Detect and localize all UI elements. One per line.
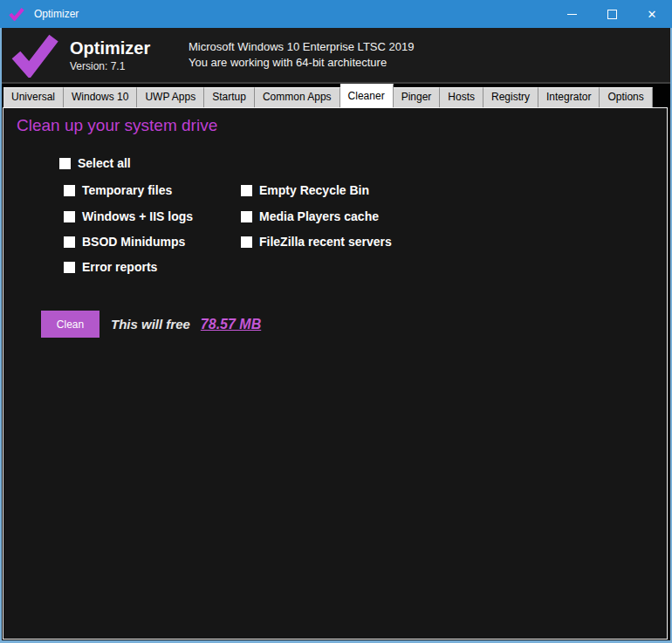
- checkbox-error-reports[interactable]: Error reports: [64, 260, 157, 274]
- checkbox-box-icon[interactable]: [64, 211, 75, 222]
- page-title: Clean up your system drive: [17, 116, 217, 135]
- free-space-text: This will free: [111, 317, 190, 332]
- checkbox-box-icon[interactable]: [59, 158, 71, 169]
- close-button[interactable]: ✕: [632, 0, 672, 28]
- checkbox-select-all[interactable]: Select all: [59, 156, 131, 170]
- window-title: Optimizer: [34, 8, 79, 20]
- checkbox-label: FileZilla recent servers: [259, 235, 392, 249]
- minimize-icon: [567, 14, 577, 15]
- checkbox-label: Media Players cache: [259, 209, 379, 223]
- checkbox-temporary-files[interactable]: Temporary files: [64, 183, 172, 197]
- checkbox-label: Empty Recycle Bin: [259, 183, 369, 197]
- clean-action-row: Clean This will free 78.57 MB: [41, 311, 261, 338]
- title-bar[interactable]: Optimizer ✕: [0, 0, 672, 28]
- tab-windows-10[interactable]: Windows 10: [64, 87, 137, 107]
- checkbox-box-icon[interactable]: [64, 185, 75, 196]
- checkbox-label: BSOD Minidumps: [82, 235, 185, 249]
- tab-uwp-apps[interactable]: UWP Apps: [137, 87, 204, 107]
- tab-common-apps[interactable]: Common Apps: [255, 87, 340, 107]
- optimizer-window: Optimizer ✕ Optimizer Version: 7.1 Micro…: [0, 0, 672, 643]
- tab-hosts[interactable]: Hosts: [440, 87, 483, 107]
- checkbox-box-icon[interactable]: [64, 262, 75, 273]
- os-edition-text: Microsoft Windows 10 Enterprise LTSC 201…: [189, 39, 414, 55]
- tab-registry[interactable]: Registry: [483, 87, 538, 107]
- tab-universal[interactable]: Universal: [3, 87, 64, 107]
- app-name: Optimizer: [70, 38, 173, 58]
- checkbox-box-icon[interactable]: [241, 236, 252, 248]
- minimize-button[interactable]: [552, 0, 592, 28]
- tab-cleaner[interactable]: Cleaner: [340, 84, 394, 107]
- checkbox-label: Windows + IIS logs: [82, 209, 193, 223]
- checkbox-label: Select all: [78, 156, 131, 170]
- tab-options[interactable]: Options: [600, 87, 652, 107]
- os-architecture-text: You are working with 64-bit architecture: [189, 55, 414, 71]
- app-logo-checkmark-icon: [10, 32, 59, 78]
- close-icon: ✕: [648, 9, 657, 20]
- tab-startup[interactable]: Startup: [204, 87, 255, 107]
- checkbox-box-icon[interactable]: [241, 185, 252, 196]
- checkbox-box-icon[interactable]: [64, 236, 75, 248]
- checkbox-filezilla-recent-servers[interactable]: FileZilla recent servers: [241, 235, 392, 249]
- checkbox-empty-recycle-bin[interactable]: Empty Recycle Bin: [241, 183, 369, 197]
- maximize-button[interactable]: [592, 0, 632, 28]
- cleaner-page: Clean up your system drive Select all Te…: [3, 107, 668, 640]
- app-checkmark-icon: [8, 5, 27, 23]
- checkbox-label: Temporary files: [82, 183, 172, 197]
- app-version: Version: 7.1: [70, 60, 173, 72]
- tab-integrator[interactable]: Integrator: [538, 87, 600, 107]
- checkbox-windows-iis-logs[interactable]: Windows + IIS logs: [64, 209, 193, 223]
- checkbox-box-icon[interactable]: [241, 211, 252, 222]
- maximize-icon: [607, 10, 617, 19]
- free-space-amount-link[interactable]: 78.57 MB: [201, 317, 261, 332]
- checkbox-bsod-minidumps[interactable]: BSOD Minidumps: [64, 235, 185, 249]
- checkbox-label: Error reports: [82, 260, 157, 274]
- clean-button[interactable]: Clean: [41, 311, 99, 338]
- tab-pinger[interactable]: Pinger: [394, 87, 441, 107]
- tab-bar: Universal Windows 10 UWP Apps Startup Co…: [2, 82, 670, 107]
- checkbox-media-players-cache[interactable]: Media Players cache: [241, 209, 379, 223]
- app-header: Optimizer Version: 7.1 Microsoft Windows…: [2, 28, 670, 82]
